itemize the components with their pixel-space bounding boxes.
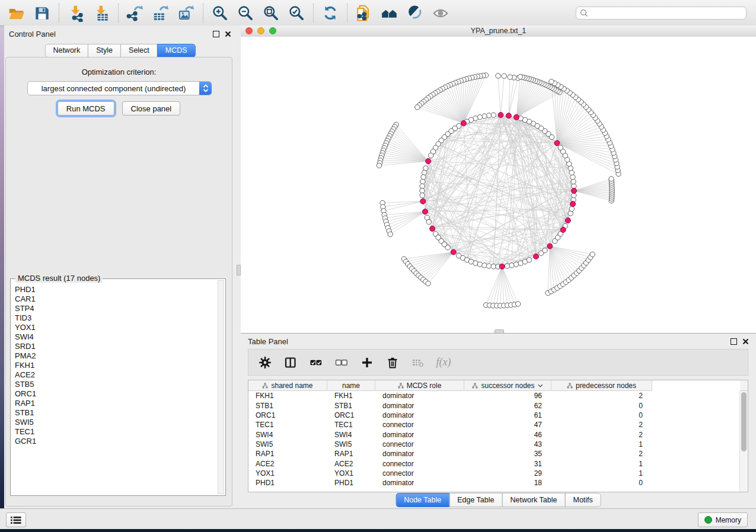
mcds-result-item[interactable]: YOX1 (15, 323, 218, 332)
cell-shared-name[interactable]: SWI5 (248, 440, 327, 448)
save-session-button[interactable] (33, 4, 51, 22)
cell-mcds-role[interactable]: dominator (375, 411, 464, 419)
cell-successor-nodes[interactable]: 47 (464, 421, 551, 429)
deselect-all-checkboxes-button[interactable] (334, 355, 349, 370)
cell-mcds-role[interactable]: dominator (375, 402, 464, 410)
mcds-result-item[interactable]: STB1 (15, 408, 218, 418)
mcds-result-item[interactable]: GCR1 (15, 437, 218, 446)
cell-shared-name[interactable]: STB1 (248, 402, 327, 410)
add-column-button[interactable] (360, 355, 374, 370)
cell-shared-name[interactable]: YOX1 (248, 469, 327, 477)
mcds-result-item[interactable]: PHD1 (15, 285, 218, 294)
table-row[interactable]: ORC1ORC1dominator610 (248, 411, 740, 420)
cell-successor-nodes[interactable]: 62 (464, 402, 551, 410)
tab-network-table[interactable]: Network Table (502, 493, 566, 507)
search-input[interactable] (576, 7, 747, 20)
mcds-list-scrollbar[interactable] (218, 280, 224, 494)
cell-shared-name[interactable]: RAP1 (248, 450, 327, 458)
cell-predecessor-nodes[interactable]: 2 (551, 392, 652, 400)
cell-predecessor-nodes[interactable]: 2 (551, 421, 652, 429)
cell-shared-name[interactable]: ACE2 (248, 460, 327, 468)
close-panel-action-button[interactable]: Close panel (122, 101, 181, 116)
float-panel-button[interactable] (213, 31, 219, 37)
vertical-splitter-grip[interactable] (237, 265, 241, 275)
cell-mcds-role[interactable]: dominator (375, 479, 464, 487)
table-row[interactable]: PHD1PHD1dominator180 (248, 478, 740, 488)
table-row[interactable]: YOX1YOX1connector291 (248, 469, 740, 478)
tab-style[interactable]: Style (88, 44, 121, 57)
close-panel-button[interactable] (225, 31, 231, 37)
cell-successor-nodes[interactable]: 96 (464, 392, 551, 400)
zoom-fit-content-button[interactable] (262, 4, 280, 22)
zoom-out-button[interactable] (237, 4, 254, 22)
cell-mcds-role[interactable]: connector (375, 440, 464, 448)
cell-successor-nodes[interactable]: 29 (464, 469, 551, 477)
mcds-result-item[interactable]: CAR1 (15, 294, 218, 304)
table-row[interactable]: FKH1FKH1dominator962 (248, 391, 740, 400)
table-row[interactable]: TEC1TEC1connector472 (248, 420, 740, 430)
cell-shared-name[interactable]: ORC1 (248, 411, 327, 419)
mcds-result-item[interactable]: SWI4 (15, 332, 218, 342)
column-header-successor-nodes[interactable]: successor nodes (464, 380, 551, 391)
mcds-result-item[interactable]: PMA2 (15, 351, 218, 361)
cell-predecessor-nodes[interactable]: 2 (551, 450, 652, 458)
column-header-mcds-role[interactable]: MCDS role (375, 380, 464, 391)
cell-predecessor-nodes[interactable]: 0 (551, 411, 652, 419)
zoom-selected-button[interactable] (288, 4, 305, 22)
table-row[interactable]: RAP1RAP1dominator352 (248, 449, 740, 459)
show-hide-eye-button[interactable] (432, 4, 449, 22)
mcds-result-item[interactable]: ORC1 (15, 389, 218, 399)
cell-predecessor-nodes[interactable]: 2 (551, 431, 652, 439)
cell-name[interactable]: RAP1 (327, 450, 375, 458)
mcds-result-item[interactable]: RAP1 (15, 399, 218, 408)
cell-shared-name[interactable]: TEC1 (248, 421, 327, 429)
cell-shared-name[interactable]: SWI4 (248, 431, 327, 439)
mcds-result-item[interactable]: ACE2 (15, 370, 218, 380)
mcds-result-item[interactable]: STP4 (15, 304, 218, 313)
tab-mcds[interactable]: MCDS (157, 44, 196, 57)
cell-mcds-role[interactable]: dominator (375, 450, 464, 458)
cell-successor-nodes[interactable]: 18 (464, 479, 551, 487)
cell-name[interactable]: SWI4 (327, 431, 375, 439)
table-row[interactable]: ACE2ACE2connector311 (248, 459, 740, 468)
cell-name[interactable]: TEC1 (327, 421, 375, 429)
zoom-in-button[interactable] (211, 4, 229, 22)
memory-button[interactable]: Memory (698, 512, 748, 527)
cell-mcds-role[interactable]: connector (375, 421, 464, 429)
tab-select[interactable]: Select (120, 44, 158, 57)
show-columns-button[interactable] (283, 355, 298, 370)
cell-name[interactable]: SWI5 (327, 440, 375, 448)
cell-successor-nodes[interactable]: 46 (464, 431, 551, 439)
table-close-panel-button[interactable] (742, 338, 749, 345)
mcds-result-item[interactable]: FKH1 (15, 361, 218, 370)
export-table-button[interactable] (152, 4, 170, 22)
cell-name[interactable]: PHD1 (327, 479, 375, 487)
export-image-button[interactable] (177, 4, 195, 22)
refresh-view-button[interactable] (321, 4, 339, 22)
column-header-name[interactable]: name (327, 380, 375, 391)
optimization-criterion-select[interactable]: largest connected component (undirected) (27, 81, 212, 95)
cell-predecessor-nodes[interactable]: 1 (551, 469, 652, 477)
table-scrollbar[interactable] (739, 391, 748, 492)
cell-predecessor-nodes[interactable]: 1 (551, 460, 652, 468)
table-scrollbar-thumb[interactable] (741, 392, 747, 451)
cell-successor-nodes[interactable]: 43 (464, 440, 551, 448)
tab-motifs[interactable]: Motifs (564, 493, 601, 507)
export-network-button[interactable] (126, 4, 144, 22)
cell-successor-nodes[interactable]: 61 (464, 411, 551, 419)
new-network-from-selection-button[interactable] (355, 4, 373, 22)
network-canvas[interactable] (241, 37, 756, 333)
column-header-predecessor-nodes[interactable]: predecessor nodes (551, 380, 652, 391)
tab-node-table[interactable]: Node Table (395, 493, 449, 507)
mcds-result-item[interactable]: STB5 (15, 380, 218, 389)
mcds-result-item[interactable]: SWI5 (15, 418, 218, 427)
mcds-result-item[interactable]: SRD1 (15, 342, 218, 351)
tab-edge-table[interactable]: Edge Table (449, 493, 502, 507)
toggle-graphics-details-button[interactable] (406, 4, 424, 22)
cell-mcds-role[interactable]: dominator (375, 392, 464, 400)
cell-name[interactable]: ORC1 (327, 411, 375, 419)
import-network-from-file-button[interactable] (67, 4, 85, 22)
cell-name[interactable]: FKH1 (327, 392, 375, 400)
table-row[interactable]: SWI5SWI5connector431 (248, 440, 740, 449)
table-float-panel-button[interactable] (731, 338, 737, 345)
